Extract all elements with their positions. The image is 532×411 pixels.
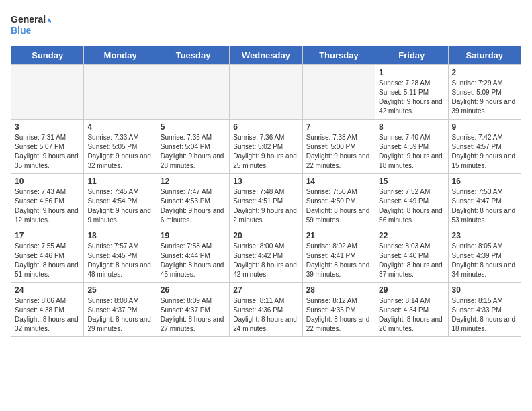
calendar-cell [230,65,302,120]
day-info: Sunrise: 7:38 AM Sunset: 5:00 PM Dayligh… [306,133,371,171]
day-number: 8 [379,122,444,132]
day-header-monday: Monday [84,46,157,65]
day-number: 26 [161,285,226,295]
day-number: 2 [452,68,517,77]
calendar-cell: 30Sunrise: 8:15 AM Sunset: 4:33 PM Dayli… [448,283,521,337]
calendar-cell [157,65,229,120]
day-info: Sunrise: 8:06 AM Sunset: 4:38 PM Dayligh… [15,296,80,334]
calendar-cell: 2Sunrise: 7:29 AM Sunset: 5:09 PM Daylig… [448,65,521,120]
calendar-cell: 16Sunrise: 7:53 AM Sunset: 4:47 PM Dayli… [448,174,521,228]
calendar-cell [84,65,157,120]
day-info: Sunrise: 7:53 AM Sunset: 4:47 PM Dayligh… [452,187,517,225]
day-info: Sunrise: 7:57 AM Sunset: 4:45 PM Dayligh… [87,242,152,279]
calendar-cell: 11Sunrise: 7:45 AM Sunset: 4:54 PM Dayli… [84,174,157,228]
day-number: 1 [379,68,444,77]
svg-marker-2 [48,17,51,24]
day-info: Sunrise: 7:45 AM Sunset: 4:54 PM Dayligh… [87,187,152,225]
calendar-cell: 21Sunrise: 8:02 AM Sunset: 4:41 PM Dayli… [302,228,375,283]
logo-svg: General Blue [11,11,51,40]
day-header-friday: Friday [375,46,448,65]
svg-text:General: General [11,14,46,25]
day-header-tuesday: Tuesday [157,46,229,65]
day-info: Sunrise: 7:43 AM Sunset: 4:56 PM Dayligh… [15,187,80,225]
calendar-cell: 23Sunrise: 8:05 AM Sunset: 4:39 PM Dayli… [448,228,521,283]
day-info: Sunrise: 8:02 AM Sunset: 4:41 PM Dayligh… [306,242,371,279]
calendar-cell: 12Sunrise: 7:47 AM Sunset: 4:53 PM Dayli… [157,174,229,228]
day-number: 25 [87,285,152,295]
day-number: 13 [233,177,298,186]
calendar-cell: 7Sunrise: 7:38 AM Sunset: 5:00 PM Daylig… [302,120,375,174]
day-info: Sunrise: 7:33 AM Sunset: 5:05 PM Dayligh… [87,133,152,171]
day-number: 23 [452,231,517,240]
day-header-saturday: Saturday [448,46,521,65]
calendar-cell [302,65,375,120]
day-number: 16 [452,177,517,186]
day-number: 22 [379,231,444,240]
calendar-table: SundayMondayTuesdayWednesdayThursdayFrid… [11,46,521,337]
day-info: Sunrise: 7:42 AM Sunset: 4:57 PM Dayligh… [452,133,517,171]
calendar-cell: 20Sunrise: 8:00 AM Sunset: 4:42 PM Dayli… [230,228,302,283]
day-number: 24 [15,285,80,295]
day-info: Sunrise: 8:12 AM Sunset: 4:35 PM Dayligh… [306,296,371,334]
calendar-cell: 10Sunrise: 7:43 AM Sunset: 4:56 PM Dayli… [11,174,84,228]
day-info: Sunrise: 8:00 AM Sunset: 4:42 PM Dayligh… [233,242,298,279]
calendar-cell: 19Sunrise: 7:58 AM Sunset: 4:44 PM Dayli… [157,228,229,283]
day-info: Sunrise: 7:40 AM Sunset: 4:59 PM Dayligh… [379,133,444,171]
day-info: Sunrise: 7:58 AM Sunset: 4:44 PM Dayligh… [161,242,226,279]
calendar-cell: 3Sunrise: 7:31 AM Sunset: 5:07 PM Daylig… [11,120,84,174]
day-info: Sunrise: 8:08 AM Sunset: 4:37 PM Dayligh… [87,296,152,334]
day-info: Sunrise: 7:50 AM Sunset: 4:50 PM Dayligh… [306,187,371,225]
day-info: Sunrise: 7:55 AM Sunset: 4:46 PM Dayligh… [15,242,80,279]
calendar-cell: 26Sunrise: 8:09 AM Sunset: 4:37 PM Dayli… [157,283,229,337]
day-number: 27 [233,285,298,295]
calendar-cell: 18Sunrise: 7:57 AM Sunset: 4:45 PM Dayli… [84,228,157,283]
day-number: 10 [15,177,80,186]
day-info: Sunrise: 8:09 AM Sunset: 4:37 PM Dayligh… [161,296,226,334]
day-number: 7 [306,122,371,132]
day-header-wednesday: Wednesday [230,46,302,65]
calendar-cell: 4Sunrise: 7:33 AM Sunset: 5:05 PM Daylig… [84,120,157,174]
day-number: 18 [87,231,152,240]
logo: General Blue [11,11,51,40]
day-info: Sunrise: 8:03 AM Sunset: 4:40 PM Dayligh… [379,242,444,279]
day-info: Sunrise: 8:11 AM Sunset: 4:36 PM Dayligh… [233,296,298,334]
page-header: General Blue [11,11,521,40]
day-info: Sunrise: 7:52 AM Sunset: 4:49 PM Dayligh… [379,187,444,225]
calendar-cell: 22Sunrise: 8:03 AM Sunset: 4:40 PM Dayli… [375,228,448,283]
day-number: 17 [15,231,80,240]
day-number: 21 [306,231,371,240]
day-number: 5 [161,122,226,132]
day-number: 30 [452,285,517,295]
svg-text:Blue: Blue [11,25,32,36]
day-info: Sunrise: 7:48 AM Sunset: 4:51 PM Dayligh… [233,187,298,225]
day-number: 28 [306,285,371,295]
calendar-cell [11,65,84,120]
day-info: Sunrise: 8:14 AM Sunset: 4:34 PM Dayligh… [379,296,444,334]
day-header-sunday: Sunday [11,46,84,65]
calendar-cell: 24Sunrise: 8:06 AM Sunset: 4:38 PM Dayli… [11,283,84,337]
calendar-cell: 27Sunrise: 8:11 AM Sunset: 4:36 PM Dayli… [230,283,302,337]
day-info: Sunrise: 7:35 AM Sunset: 5:04 PM Dayligh… [161,133,226,171]
calendar-cell: 5Sunrise: 7:35 AM Sunset: 5:04 PM Daylig… [157,120,229,174]
calendar-cell: 13Sunrise: 7:48 AM Sunset: 4:51 PM Dayli… [230,174,302,228]
day-info: Sunrise: 8:05 AM Sunset: 4:39 PM Dayligh… [452,242,517,279]
day-number: 11 [87,177,152,186]
day-info: Sunrise: 7:36 AM Sunset: 5:02 PM Dayligh… [233,133,298,171]
calendar-cell: 9Sunrise: 7:42 AM Sunset: 4:57 PM Daylig… [448,120,521,174]
calendar-cell: 29Sunrise: 8:14 AM Sunset: 4:34 PM Dayli… [375,283,448,337]
calendar-cell: 8Sunrise: 7:40 AM Sunset: 4:59 PM Daylig… [375,120,448,174]
day-number: 14 [306,177,371,186]
day-header-thursday: Thursday [302,46,375,65]
day-number: 3 [15,122,80,132]
day-info: Sunrise: 7:29 AM Sunset: 5:09 PM Dayligh… [452,79,517,116]
day-number: 12 [161,177,226,186]
calendar-cell: 15Sunrise: 7:52 AM Sunset: 4:49 PM Dayli… [375,174,448,228]
day-info: Sunrise: 7:31 AM Sunset: 5:07 PM Dayligh… [15,133,80,171]
day-number: 6 [233,122,298,132]
day-number: 15 [379,177,444,186]
calendar-cell: 1Sunrise: 7:28 AM Sunset: 5:11 PM Daylig… [375,65,448,120]
day-number: 4 [87,122,152,132]
day-info: Sunrise: 7:47 AM Sunset: 4:53 PM Dayligh… [161,187,226,225]
day-number: 19 [161,231,226,240]
day-number: 29 [379,285,444,295]
